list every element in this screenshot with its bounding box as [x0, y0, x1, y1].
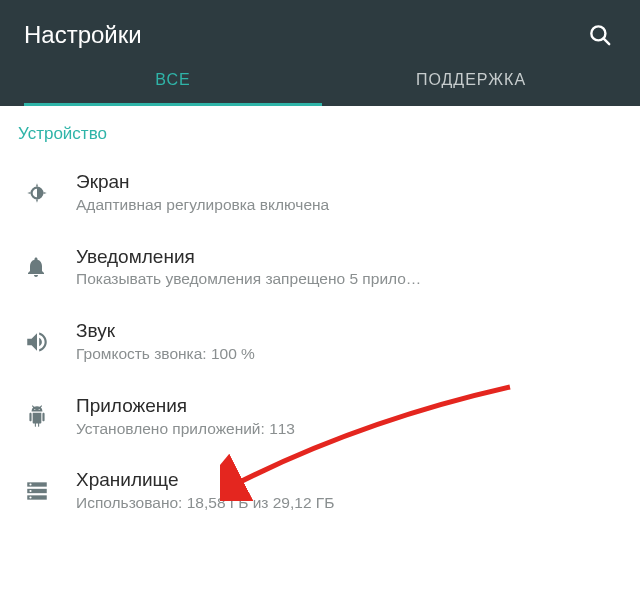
- item-notifications[interactable]: Уведомления Показывать уведомления запре…: [0, 231, 640, 306]
- search-icon: [587, 22, 613, 48]
- tab-all[interactable]: ВСЕ: [24, 56, 322, 106]
- item-storage-title: Хранилище: [76, 468, 622, 493]
- item-apps[interactable]: Приложения Установлено приложений: 113: [0, 380, 640, 455]
- item-sound-sub: Громкость звонка: 100 %: [76, 344, 622, 365]
- svg-point-7: [29, 490, 31, 492]
- item-storage-sub: Использовано: 18,58 ГБ из 29,12 ГБ: [76, 493, 622, 514]
- item-display[interactable]: Экран Адаптивная регулировка включена: [0, 156, 640, 231]
- bell-icon: [18, 255, 76, 279]
- item-sound-texts: Звук Громкость звонка: 100 %: [76, 319, 622, 365]
- tab-bar: ВСЕ ПОДДЕРЖКА: [24, 56, 620, 106]
- item-display-sub: Адаптивная регулировка включена: [76, 195, 622, 216]
- storage-icon: [18, 478, 76, 504]
- tab-all-label: ВСЕ: [155, 71, 190, 89]
- android-icon: [18, 404, 76, 430]
- item-apps-texts: Приложения Установлено приложений: 113: [76, 394, 622, 440]
- content: Устройство Экран Адаптивная регулировка …: [0, 106, 640, 529]
- app-bar-top: Настройки: [24, 14, 620, 56]
- brightness-icon: [18, 180, 76, 206]
- item-sound[interactable]: Звук Громкость звонка: 100 %: [0, 305, 640, 380]
- item-notifications-sub: Показывать уведомления запрещено 5 прило…: [76, 269, 622, 290]
- svg-point-6: [29, 484, 31, 486]
- tab-support-label: ПОДДЕРЖКА: [416, 71, 526, 89]
- item-storage[interactable]: Хранилище Использовано: 18,58 ГБ из 29,1…: [0, 454, 640, 529]
- section-device: Устройство: [0, 106, 640, 156]
- page-title: Настройки: [24, 21, 142, 49]
- item-apps-title: Приложения: [76, 394, 622, 419]
- tab-support[interactable]: ПОДДЕРЖКА: [322, 56, 620, 106]
- item-display-title: Экран: [76, 170, 622, 195]
- search-button[interactable]: [580, 15, 620, 55]
- svg-point-8: [29, 497, 31, 499]
- volume-icon: [18, 329, 76, 355]
- item-notifications-title: Уведомления: [76, 245, 622, 270]
- svg-line-1: [603, 38, 609, 44]
- item-sound-title: Звук: [76, 319, 622, 344]
- item-storage-texts: Хранилище Использовано: 18,58 ГБ из 29,1…: [76, 468, 622, 514]
- item-display-texts: Экран Адаптивная регулировка включена: [76, 170, 622, 216]
- app-bar: Настройки ВСЕ ПОДДЕРЖКА: [0, 0, 640, 106]
- item-apps-sub: Установлено приложений: 113: [76, 419, 622, 440]
- item-notifications-texts: Уведомления Показывать уведомления запре…: [76, 245, 622, 291]
